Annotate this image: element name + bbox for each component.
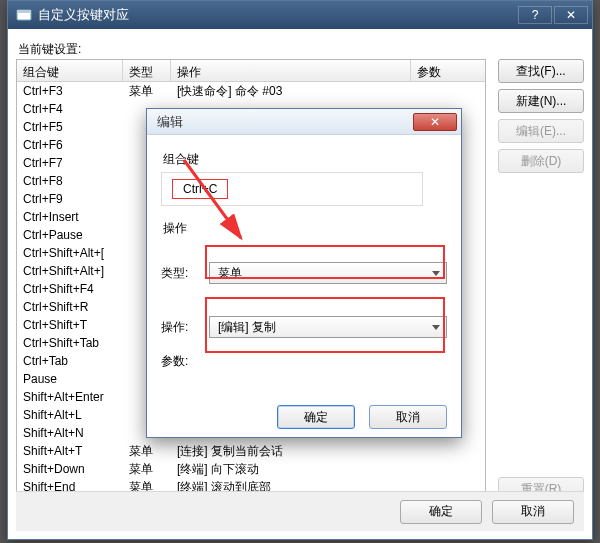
edit-button[interactable]: 编辑(E)... — [498, 119, 584, 143]
table-row[interactable]: Ctrl+F3菜单[快速命令] 命令 #03 — [17, 82, 485, 100]
cell-key: Ctrl+Shift+F4 — [17, 280, 123, 298]
find-button[interactable]: 查找(F)... — [498, 59, 584, 83]
current-settings-label: 当前键设置: — [18, 41, 584, 58]
op-label: 操作: — [161, 319, 209, 336]
main-title: 自定义按键对应 — [38, 6, 129, 24]
cell-key: Ctrl+Insert — [17, 208, 123, 226]
type-label: 类型: — [161, 265, 209, 282]
cell-key: Ctrl+Shift+Tab — [17, 334, 123, 352]
table-row[interactable]: Shift+Alt+T菜单[连接] 复制当前会话 — [17, 442, 485, 460]
cell-key: Ctrl+F9 — [17, 190, 123, 208]
delete-button[interactable]: 删除(D) — [498, 149, 584, 173]
cell-key: Shift+Alt+Enter — [17, 388, 123, 406]
cell-key: Ctrl+Shift+Alt+[ — [17, 244, 123, 262]
cell-key: Shift+Alt+N — [17, 424, 123, 442]
new-button[interactable]: 新建(N)... — [498, 89, 584, 113]
edit-close-button[interactable]: ✕ — [413, 113, 457, 131]
cell-key: Ctrl+F3 — [17, 82, 123, 100]
cell-key: Ctrl+F4 — [17, 100, 123, 118]
cell-param — [411, 460, 485, 478]
param-row: 参数: — [161, 347, 447, 375]
group-op-label: 操作 — [163, 220, 447, 237]
group-key-label: 组合键 — [163, 151, 447, 168]
cell-type: 菜单 — [123, 442, 171, 460]
edit-bottom-bar: 确定 取消 — [147, 397, 461, 437]
main-title-bar: 自定义按键对应 ? ✕ — [8, 1, 592, 29]
cell-key: Shift+Alt+T — [17, 442, 123, 460]
cell-key: Shift+Down — [17, 460, 123, 478]
op-select[interactable]: [编辑] 复制 — [209, 316, 447, 338]
svg-rect-1 — [17, 10, 31, 13]
key-box: Ctrl+C — [161, 172, 423, 206]
cell-op: [连接] 复制当前会话 — [171, 442, 411, 460]
cell-key: Ctrl+F6 — [17, 136, 123, 154]
cell-key: Ctrl+Shift+R — [17, 298, 123, 316]
edit-dialog: 编辑 ✕ 组合键 Ctrl+C 操作 类型: 菜单 操作: [编辑] 复制 参数… — [146, 108, 462, 438]
key-value[interactable]: Ctrl+C — [172, 179, 228, 199]
edit-title-bar: 编辑 ✕ — [147, 109, 461, 135]
cell-key: Shift+Alt+L — [17, 406, 123, 424]
op-row: 操作: [编辑] 复制 — [161, 313, 447, 341]
cell-key: Ctrl+Shift+Alt+] — [17, 262, 123, 280]
cell-key: Pause — [17, 370, 123, 388]
cell-param — [411, 82, 485, 100]
main-bottom-bar: 确定 取消 — [16, 491, 584, 531]
cell-op: [快速命令] 命令 #03 — [171, 82, 411, 100]
type-select[interactable]: 菜单 — [209, 262, 447, 284]
main-ok-button[interactable]: 确定 — [400, 500, 482, 524]
cell-key: Ctrl+Tab — [17, 352, 123, 370]
list-header: 组合键 类型 操作 参数 — [17, 60, 485, 82]
edit-title: 编辑 — [157, 113, 183, 131]
app-icon — [16, 7, 32, 23]
close-button[interactable]: ✕ — [554, 6, 588, 24]
edit-cancel-button[interactable]: 取消 — [369, 405, 447, 429]
main-cancel-button[interactable]: 取消 — [492, 500, 574, 524]
edit-body: 组合键 Ctrl+C 操作 类型: 菜单 操作: [编辑] 复制 参数: — [161, 145, 447, 391]
cell-key: Ctrl+F7 — [17, 154, 123, 172]
help-button[interactable]: ? — [518, 6, 552, 24]
cell-key: Ctrl+Shift+T — [17, 316, 123, 334]
col-key[interactable]: 组合键 — [17, 60, 123, 81]
cell-type: 菜单 — [123, 82, 171, 100]
param-label: 参数: — [161, 353, 209, 370]
cell-op: [终端] 向下滚动 — [171, 460, 411, 478]
table-row[interactable]: Shift+Down菜单[终端] 向下滚动 — [17, 460, 485, 478]
col-param[interactable]: 参数 — [411, 60, 485, 81]
cell-key: Ctrl+Pause — [17, 226, 123, 244]
cell-key: Ctrl+F5 — [17, 118, 123, 136]
col-type[interactable]: 类型 — [123, 60, 171, 81]
col-op[interactable]: 操作 — [171, 60, 411, 81]
cell-key: Ctrl+F8 — [17, 172, 123, 190]
edit-ok-button[interactable]: 确定 — [277, 405, 355, 429]
side-buttons: 查找(F)... 新建(N)... 编辑(E)... 删除(D) — [498, 59, 584, 179]
type-row: 类型: 菜单 — [161, 259, 447, 287]
cell-type: 菜单 — [123, 460, 171, 478]
cell-param — [411, 442, 485, 460]
